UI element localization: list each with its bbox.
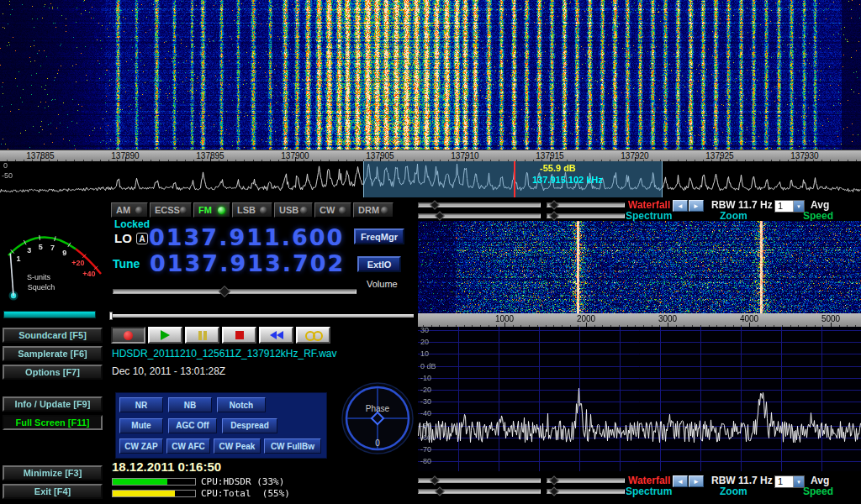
media-button-row xyxy=(111,327,330,344)
vfo-a-badge[interactable]: A xyxy=(136,233,148,244)
phase-label: Phase xyxy=(366,404,390,413)
top-spectrum-offset-slider[interactable] xyxy=(547,211,625,221)
top-avg-select[interactable]: 1▾ xyxy=(774,200,805,213)
squelch-level-bar[interactable] xyxy=(3,311,96,318)
freq-scale-label: 137905 xyxy=(366,151,394,160)
audio-waterfall-display[interactable] xyxy=(418,221,861,313)
cpu-status-row: CPU:Total (55%) xyxy=(112,489,290,498)
audio-frequency-scale[interactable]: 10002000300040005000 xyxy=(418,313,861,327)
locked-indicator: Locked xyxy=(114,218,150,230)
sidebar-options-f7-button[interactable]: Options [F7] xyxy=(3,365,103,380)
dsp-row: NRNBNotch xyxy=(119,397,323,412)
bottom-avg-select[interactable]: 1▾ xyxy=(774,475,805,488)
top-spectrum-offset-slider-thumb[interactable] xyxy=(550,211,559,220)
freq-scale-label: 137900 xyxy=(281,151,309,160)
overview-spectrum-display[interactable]: 0 -50 -55.9 dB 137.915.102 kHz xyxy=(0,161,861,197)
sidebar-exit-f4-button[interactable]: Exit [F4] xyxy=(3,484,103,499)
frequency-scale[interactable]: 1378851378901378951379001379051379101379… xyxy=(0,150,861,161)
lo-frequency-display[interactable]: 0137.911.600 xyxy=(149,224,344,250)
top-spectrum-gain-slider-thumb[interactable] xyxy=(436,211,445,220)
mode-label: LSB xyxy=(237,205,256,215)
freqmgr-button[interactable]: FreqMgr xyxy=(354,228,404,244)
sidebar-minimize-f3-button[interactable]: Minimize [F3] xyxy=(3,465,103,480)
bottom-speed-label: Speed xyxy=(803,486,833,497)
loop-button[interactable] xyxy=(296,327,330,344)
rewind-button[interactable] xyxy=(259,327,293,344)
mode-usb-button[interactable]: USB xyxy=(274,202,313,218)
dsp-cw-peak-button[interactable]: CW Peak xyxy=(214,438,261,454)
tune-frequency-display[interactable]: 0137.913.702 xyxy=(150,250,345,276)
top-zoom-buttons[interactable]: ◄► xyxy=(673,200,704,212)
bottom-zoom-left-arrow-icon[interactable]: ◄ xyxy=(673,475,688,487)
bottom-spectrum-gain-slider-thumb[interactable] xyxy=(436,486,445,496)
stop-icon xyxy=(235,331,244,339)
mode-drm-button[interactable]: DRM xyxy=(353,202,394,218)
cpu-bar xyxy=(112,478,196,486)
volume-slider-thumb[interactable] xyxy=(219,286,230,297)
dsp-despread-button[interactable]: Despread xyxy=(222,418,277,433)
freq-scale-label: 137910 xyxy=(451,151,478,160)
top-zoom-left-arrow-icon[interactable]: ◄ xyxy=(673,200,688,212)
top-zoom-right-arrow-icon[interactable]: ► xyxy=(689,200,704,212)
top-waterfall-gain-slider-thumb[interactable] xyxy=(430,200,440,209)
mode-label: USB xyxy=(279,205,298,215)
recording-date: Dec 10, 2011 - 13:01:28Z xyxy=(112,365,225,377)
mode-led-icon xyxy=(300,207,308,214)
sidebar-soundcard-f5-button[interactable]: Soundcard [F5] xyxy=(3,328,103,343)
db-tick-label: -30 xyxy=(420,397,431,406)
top-waterfall-gain-slider[interactable] xyxy=(418,200,541,210)
bottom-spectrum-offset-slider-thumb[interactable] xyxy=(550,486,559,496)
audio-spectrum-canvas[interactable] xyxy=(418,327,861,471)
dsp-agc-off-button[interactable]: AGC Off xyxy=(168,418,217,433)
bottom-spectrum-offset-slider[interactable] xyxy=(547,486,625,496)
audio-scale-label: 4000 xyxy=(740,314,758,323)
bottom-waterfall-offset-slider-thumb[interactable] xyxy=(550,475,559,485)
bottom-waterfall-gain-slider-thumb[interactable] xyxy=(430,475,440,485)
dsp-mute-button[interactable]: Mute xyxy=(119,418,163,433)
dsp-notch-button[interactable]: Notch xyxy=(217,397,266,412)
volume-label: Volume xyxy=(367,279,398,289)
main-waterfall-display[interactable] xyxy=(0,0,861,150)
dsp-nb-button[interactable]: NB xyxy=(168,397,212,412)
smeter-scale-number: 9 xyxy=(62,249,66,257)
audio-scale-label: 3000 xyxy=(658,314,677,323)
bottom-zoom-right-arrow-icon[interactable]: ► xyxy=(689,475,704,487)
mode-lsb-button[interactable]: LSB xyxy=(232,202,272,218)
mode-fm-button[interactable]: FM xyxy=(193,202,230,218)
record-button[interactable] xyxy=(111,327,145,344)
zoom-band-selector[interactable] xyxy=(363,161,663,197)
play-button[interactable] xyxy=(148,327,182,344)
bottom-spectrum-gain-slider[interactable] xyxy=(418,486,541,496)
dsp-cw-fullbw-button[interactable]: CW FullBw xyxy=(264,438,321,454)
playback-position-slider[interactable] xyxy=(109,314,414,318)
mode-led-icon xyxy=(135,207,143,214)
audio-spectrum-display[interactable]: 3020100 dB-10-20-30-40-50-60-70-80 xyxy=(418,327,861,471)
audio-scale-label: 1000 xyxy=(495,314,514,323)
bottom-zoom-buttons[interactable]: ◄► xyxy=(673,475,704,487)
sidebar-full-screen-f11-button[interactable]: Full Screen [F11] xyxy=(3,415,103,430)
dsp-nr-button[interactable]: NR xyxy=(119,397,163,412)
top-spectrum-gain-slider[interactable] xyxy=(418,211,541,221)
mode-ecss-button[interactable]: ECSS xyxy=(150,202,192,218)
spectrum-axis-minus50db: -50 xyxy=(2,171,13,180)
sidebar-info-update-f9-button[interactable]: Info / Update [F9] xyxy=(3,396,103,412)
pause-button[interactable] xyxy=(185,327,219,344)
stop-button[interactable] xyxy=(222,327,256,344)
top-waterfall-offset-slider[interactable] xyxy=(547,200,625,210)
cursor-frequency-readout: 137.915.102 kHz xyxy=(532,175,603,185)
top-waterfall-offset-slider-thumb[interactable] xyxy=(550,200,559,209)
smeter-units-label: S-units xyxy=(27,273,51,281)
sidebar-samplerate-f6-button[interactable]: Samplerate [F6] xyxy=(3,346,103,361)
mode-am-button[interactable]: AM xyxy=(111,202,148,218)
dsp-cw-zap-button[interactable]: CW ZAP xyxy=(119,438,163,454)
playback-position-thumb[interactable] xyxy=(109,312,113,320)
volume-slider[interactable] xyxy=(113,286,357,297)
dsp-cw-afc-button[interactable]: CW AFC xyxy=(166,438,210,454)
bottom-waterfall-gain-slider[interactable] xyxy=(418,475,541,486)
bottom-waterfall-offset-slider[interactable] xyxy=(547,475,625,486)
mode-cw-button[interactable]: CW xyxy=(314,202,351,218)
display-controls-bottom: WaterfallSpectrum◄►RBW 11.7 HzZoom1▾AvgS… xyxy=(418,475,861,499)
extio-button[interactable]: ExtIO xyxy=(357,256,401,272)
smeter-tick xyxy=(40,235,40,240)
clock-display: 18.12.2011 0:16:50 xyxy=(112,459,221,474)
